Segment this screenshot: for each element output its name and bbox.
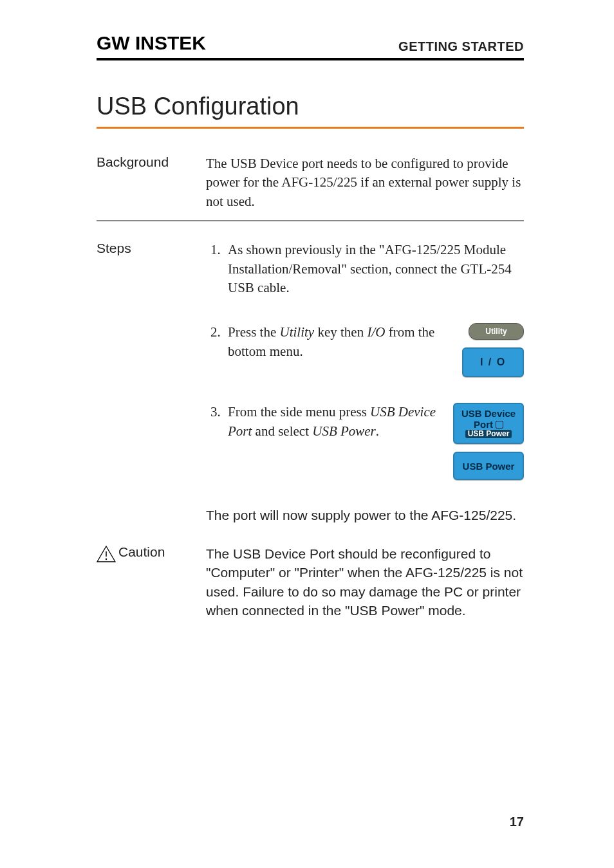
step-2-text: Press the Utility key then I/O from the … bbox=[228, 323, 449, 361]
step-2-buttons: Utility I / O bbox=[462, 323, 524, 377]
step-1-text: As shown previously in the "AFG-125/225 … bbox=[228, 242, 512, 295]
step-3-prefix: From the side menu press bbox=[228, 404, 370, 420]
step-2-em2: I/O bbox=[367, 324, 385, 340]
step-1: As shown previously in the "AFG-125/225 … bbox=[224, 241, 524, 297]
step-3-em2: USB Power bbox=[312, 423, 376, 439]
caution-section: Caution The USB Device Port should be re… bbox=[97, 544, 524, 620]
step-3: From the side menu press USB Device Port… bbox=[224, 403, 524, 480]
step-2-prefix: Press the bbox=[228, 324, 280, 340]
caution-label-col: Caution bbox=[97, 544, 206, 562]
caution-triangle-icon bbox=[97, 546, 116, 562]
background-section: Background The USB Device port needs to … bbox=[97, 154, 524, 221]
step-3-buttons: USB Device Port USB Power USB Power bbox=[453, 403, 524, 480]
step-2: Press the Utility key then I/O from the … bbox=[224, 323, 524, 377]
io-button[interactable]: I / O bbox=[462, 347, 524, 377]
step-3-mid: and select bbox=[252, 423, 312, 439]
port-supply-note: The port will now supply power to the AF… bbox=[206, 506, 524, 524]
step-3-text: From the side menu press USB Device Port… bbox=[228, 403, 440, 441]
step-2-row: Press the Utility key then I/O from the … bbox=[228, 323, 524, 377]
steps-label: Steps bbox=[97, 241, 206, 256]
knob-icon bbox=[496, 421, 503, 429]
page-title: USB Configuration bbox=[97, 93, 524, 129]
step-3-suffix: . bbox=[376, 423, 379, 439]
svg-point-1 bbox=[106, 559, 107, 560]
caution-text: The USB Device Port should be reconfigur… bbox=[206, 544, 524, 620]
step-3-row: From the side menu press USB Device Port… bbox=[228, 403, 524, 480]
usb-power-button[interactable]: USB Power bbox=[453, 452, 524, 480]
chapter-label: GETTING STARTED bbox=[398, 39, 524, 54]
step-2-mid: key then bbox=[314, 324, 367, 340]
steps-section: Steps As shown previously in the "AFG-12… bbox=[97, 221, 524, 538]
brand-text: GW INSTEK bbox=[97, 32, 206, 53]
usb-device-port-button[interactable]: USB Device Port USB Power bbox=[453, 403, 524, 444]
usb-device-line1: USB Device bbox=[461, 409, 516, 420]
caution-label: Caution bbox=[118, 544, 165, 560]
steps-body: As shown previously in the "AFG-125/225 … bbox=[206, 241, 524, 538]
page-header: GW INSTEK GETTING STARTED bbox=[97, 32, 524, 60]
step-2-em1: Utility bbox=[280, 324, 315, 340]
background-text: The USB Device port needs to be configur… bbox=[206, 154, 524, 211]
background-label: Background bbox=[97, 154, 206, 170]
brand-logo: GW INSTEK bbox=[97, 32, 206, 54]
page-number: 17 bbox=[510, 815, 524, 829]
steps-list: As shown previously in the "AFG-125/225 … bbox=[206, 241, 524, 480]
usb-device-line2: Port bbox=[474, 420, 493, 430]
utility-button[interactable]: Utility bbox=[469, 323, 524, 340]
usb-device-line2-row: Port bbox=[474, 420, 503, 430]
usb-device-pill: USB Power bbox=[465, 430, 512, 438]
